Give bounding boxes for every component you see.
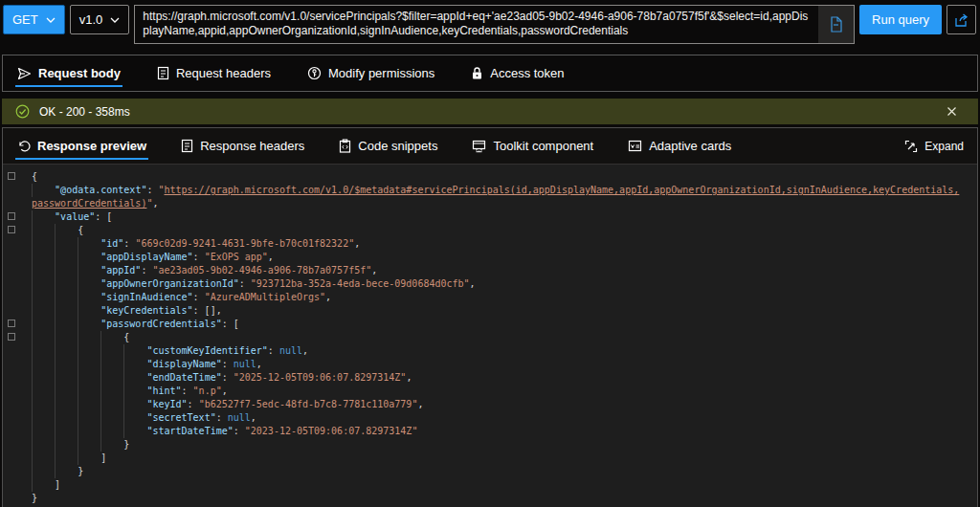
indent-guide — [78, 411, 78, 425]
code-token: "appId" — [100, 265, 141, 276]
indent-guide — [32, 465, 33, 478]
code-line: "displayName": null, — [3, 358, 977, 371]
version-select[interactable]: v1.0 — [70, 5, 130, 34]
code-line: } — [3, 438, 977, 452]
indent-guide — [78, 251, 78, 264]
tab-label: Toolkit component — [493, 139, 593, 153]
indent-guide — [78, 371, 78, 385]
code-token: : — [188, 399, 199, 409]
tab-modify-permissions[interactable]: Modify permissions — [305, 55, 436, 91]
code-token: "secretText" — [146, 412, 215, 423]
code-token: "appOwnerOrganizationId" — [100, 278, 239, 289]
indent-guide — [55, 452, 56, 465]
code-line: "id": "669c02d9-9241-4631-9bfe-b70c01f82… — [3, 237, 977, 251]
code-token: "startDateTime" — [146, 426, 233, 436]
code-token: "value" — [55, 211, 95, 222]
tab-code-snippets[interactable]: Code snippets — [337, 128, 439, 164]
code-token: null — [234, 359, 256, 369]
card-icon — [628, 140, 642, 152]
indent-guide — [55, 358, 56, 371]
indent-guide — [78, 385, 78, 398]
indent-guide — [100, 411, 101, 425]
indent-guide — [32, 304, 33, 318]
clipboard-code-icon — [339, 139, 351, 153]
indent-guide — [55, 398, 56, 411]
code-token — [32, 211, 55, 222]
indent-guide — [55, 438, 56, 452]
request-sample-button[interactable] — [818, 6, 854, 43]
fold-toggle-icon[interactable] — [8, 212, 15, 220]
tab-response-headers[interactable]: Response headers — [179, 128, 306, 164]
expand-icon — [904, 140, 918, 153]
tab-request-body[interactable]: Request body — [15, 55, 122, 91]
code-token — [32, 412, 146, 423]
fold-toggle-icon[interactable] — [8, 226, 15, 233]
indent-guide — [78, 237, 78, 251]
url-input[interactable]: https://graph.microsoft.com/v1.0/service… — [135, 6, 818, 43]
indent-guide — [32, 210, 33, 224]
indent-guide — [32, 291, 33, 304]
code-token: : — [222, 359, 234, 369]
code-token: "669c02d9-9241-4631-9bfe-b70c01f82322" — [135, 238, 354, 249]
code-token: "2025-12-05T09:06:07.8297314Z" — [234, 372, 407, 383]
code-token — [32, 252, 100, 262]
code-token: : — [146, 185, 158, 195]
indent-guide — [55, 318, 56, 331]
code-line: "passwordCredentials": [ — [3, 318, 977, 331]
fold-toggle-icon[interactable] — [8, 333, 15, 341]
code-link[interactable]: passwordCredentials) — [32, 198, 146, 209]
tab-label: Response headers — [200, 139, 304, 153]
code-token: , — [251, 412, 256, 423]
indent-guide — [100, 438, 101, 452]
code-line: "secretText": null, — [3, 411, 977, 425]
code-line: "appId": "ae23ad05-9b02-4946-a906-78b7a0… — [3, 264, 977, 277]
method-select[interactable]: GET — [3, 5, 65, 34]
response-editor[interactable]: { "@odata.context": "https://graph.micro… — [3, 165, 977, 507]
indent-guide — [55, 304, 56, 318]
indent-guide — [32, 277, 33, 291]
code-token — [32, 305, 100, 316]
tab-response-preview[interactable]: Response preview — [15, 128, 148, 164]
code-token: "customKeyIdentifier" — [146, 345, 267, 356]
code-line: "customKeyIdentifier": null, — [3, 344, 977, 358]
code-token — [32, 292, 100, 302]
request-tab-bar: Request body Request headers Modify perm… — [2, 55, 978, 92]
code-token: "ae23ad05-9b02-4946-a906-78b7a0757f5f" — [152, 265, 371, 276]
indent-guide — [55, 411, 56, 425]
code-line: { — [3, 331, 977, 344]
code-token: : — [216, 412, 228, 423]
indent-guide — [100, 358, 101, 371]
share-query-button[interactable] — [947, 5, 976, 34]
document-icon — [829, 16, 843, 33]
tab-request-headers[interactable]: Request headers — [155, 55, 273, 91]
indent-guide — [123, 344, 124, 358]
fold-toggle-icon[interactable] — [8, 172, 15, 180]
code-token: , — [256, 359, 262, 369]
fold-toggle-icon[interactable] — [8, 320, 15, 327]
code-token — [32, 426, 146, 436]
code-token: } — [32, 439, 129, 450]
undo-arrow-icon — [17, 140, 31, 153]
indent-guide — [78, 304, 78, 318]
close-status-button[interactable] — [939, 104, 965, 119]
expand-response-button[interactable]: Expand — [891, 128, 977, 164]
code-token: : — [234, 426, 245, 436]
code-token: ] — [32, 479, 60, 490]
code-line: "keyId": "b62527f7-5edc-48fd-b7c8-7781c1… — [3, 398, 977, 411]
tab-adaptive-cards[interactable]: Adaptive cards — [626, 128, 733, 164]
code-token: , — [152, 198, 158, 209]
code-token: "signInAudience" — [100, 292, 192, 302]
indent-guide — [100, 331, 101, 344]
code-link[interactable]: https://graph.microsoft.com/v1.0/$metada… — [165, 185, 960, 195]
indent-guide — [55, 251, 56, 264]
tab-toolkit-component[interactable]: Toolkit component — [470, 128, 595, 164]
tab-access-token[interactable]: Access token — [469, 55, 566, 91]
indent-guide — [32, 237, 33, 251]
code-line: "appOwnerOrganizationId": "923712ba-352a… — [3, 277, 977, 291]
tab-label: Modify permissions — [328, 66, 434, 80]
indent-guide — [32, 398, 33, 411]
indent-guide — [32, 318, 33, 331]
code-token: { — [32, 171, 37, 182]
lock-icon — [471, 66, 483, 80]
run-query-button[interactable]: Run query — [859, 5, 942, 34]
